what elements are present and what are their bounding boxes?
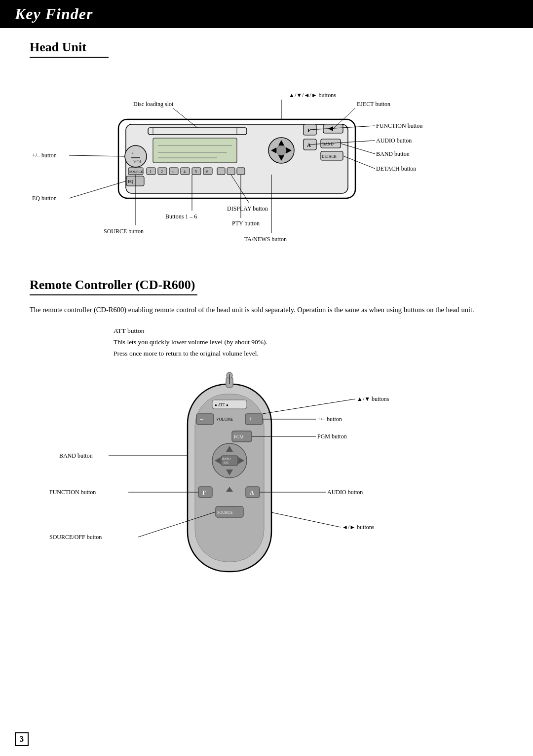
- svg-text:VOLUME: VOLUME: [216, 417, 233, 422]
- svg-text:SOURCE button: SOURCE button: [104, 228, 144, 235]
- svg-rect-5: [153, 138, 237, 163]
- svg-text:DISPLAY button: DISPLAY button: [227, 205, 268, 212]
- remote-controller-title: Remote Controller (CD-R600): [30, 278, 533, 292]
- svg-line-116: [271, 512, 341, 527]
- remote-controller-diagram: ● ATT ● – + VOLUME PGM BAND ESC F A S: [20, 369, 513, 616]
- svg-text:▲/▼ buttons: ▲/▼ buttons: [357, 396, 389, 402]
- svg-text:EQ: EQ: [128, 180, 133, 184]
- svg-text:● ATT ●: ● ATT ●: [215, 403, 228, 407]
- svg-text:1: 1: [150, 170, 152, 174]
- page-number: 3: [15, 732, 29, 746]
- svg-text:AUDIO button: AUDIO button: [327, 489, 363, 496]
- remote-controller-underline: [30, 294, 197, 295]
- svg-text:+: +: [131, 150, 134, 156]
- svg-text:F: F: [202, 489, 206, 496]
- svg-text:+: +: [249, 415, 253, 423]
- svg-rect-43: [217, 168, 225, 175]
- svg-text:BAND button: BAND button: [59, 452, 93, 459]
- svg-text:ESC: ESC: [224, 461, 229, 464]
- svg-text:PGM button: PGM button: [317, 433, 347, 440]
- svg-text:+/– button: +/– button: [317, 416, 342, 423]
- svg-text:3.: 3.: [172, 170, 175, 174]
- svg-text:PTY button: PTY button: [232, 220, 260, 227]
- svg-text:+/– button: +/– button: [32, 152, 57, 159]
- svg-text:FUNCTION button: FUNCTION button: [49, 489, 96, 496]
- remote-controller-description: The remote controller (CD-R600) enabling…: [30, 304, 503, 316]
- att-text-block: ATT button This lets you quickly lower v…: [114, 325, 533, 360]
- svg-text:SOURCE/OFF button: SOURCE/OFF button: [49, 534, 102, 540]
- svg-text:SOURCE: SOURCE: [129, 170, 143, 174]
- svg-text:A: A: [307, 142, 311, 148]
- svg-text:BAND button: BAND button: [376, 150, 410, 157]
- svg-text:2: 2: [161, 170, 163, 174]
- svg-rect-80: [196, 414, 214, 425]
- svg-text:DETACH button: DETACH button: [376, 165, 416, 172]
- svg-text:VOL: VOL: [133, 159, 143, 164]
- svg-rect-44: [227, 168, 235, 175]
- svg-text:5: 5: [195, 170, 197, 174]
- svg-line-62: [69, 155, 125, 156]
- head-unit-underline: [30, 57, 109, 58]
- head-unit-diagram: + VOL F A BAND DETACH 1 2: [20, 72, 513, 270]
- svg-text:PGM: PGM: [234, 434, 244, 439]
- svg-line-64: [69, 181, 126, 198]
- svg-text:◄/► buttons: ◄/► buttons: [342, 524, 375, 531]
- svg-text:Buttons 1 – 6: Buttons 1 – 6: [165, 213, 197, 220]
- svg-text:BAND: BAND: [222, 457, 231, 460]
- svg-text:Disc loading slot: Disc loading slot: [133, 101, 174, 108]
- svg-text:F: F: [307, 127, 311, 133]
- head-unit-section: Head Unit + VOL: [0, 40, 533, 270]
- svg-line-104: [263, 399, 355, 414]
- svg-rect-82: [245, 414, 263, 425]
- svg-text:A: A: [250, 489, 254, 496]
- head-unit-title: Head Unit: [30, 40, 533, 55]
- svg-rect-45: [237, 168, 245, 175]
- svg-text:–: –: [199, 415, 204, 423]
- svg-text:SOURCE: SOURCE: [217, 510, 233, 515]
- svg-text:TA/NEWS button: TA/NEWS button: [244, 236, 287, 243]
- page-title: Key Finder: [15, 5, 518, 23]
- remote-controller-section: Remote Controller (CD-R600) The remote c…: [0, 278, 533, 616]
- svg-text:BAND: BAND: [322, 142, 334, 146]
- svg-point-18: [276, 145, 286, 155]
- svg-text:FUNCTION button: FUNCTION button: [376, 122, 422, 129]
- svg-text:EJECT button: EJECT button: [357, 101, 390, 108]
- svg-text:EQ button: EQ button: [32, 195, 57, 202]
- svg-text:6: 6: [206, 170, 208, 174]
- svg-text:DETACH: DETACH: [322, 154, 337, 159]
- svg-text:4: 4: [184, 170, 186, 174]
- header-banner: Key Finder: [0, 0, 533, 28]
- svg-text:▲/▼/◄/► buttons: ▲/▼/◄/► buttons: [289, 92, 336, 99]
- svg-text:AUDIO button: AUDIO button: [376, 137, 412, 144]
